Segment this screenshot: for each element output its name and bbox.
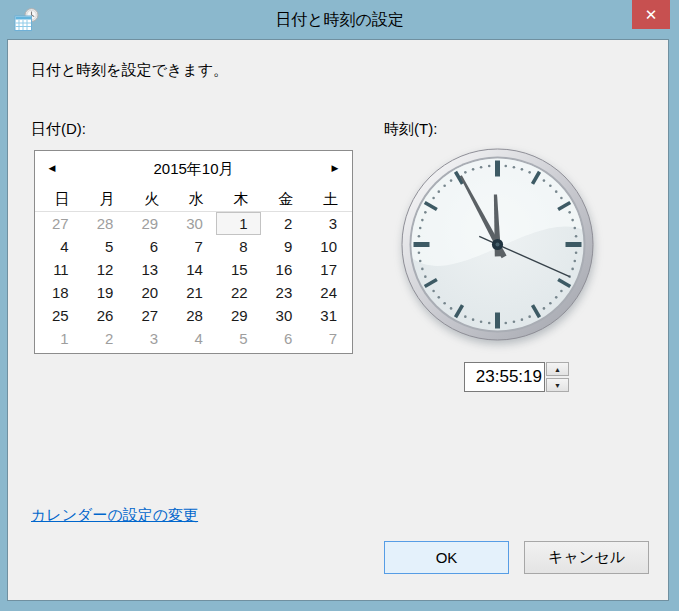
- dialog-window: 日付と時刻の設定 ✕ 日付と時刻を設定できます。 日付(D): ◀ 2015年1…: [0, 0, 679, 611]
- dialog-body: 日付と時刻を設定できます。 日付(D): ◀ 2015年10月 ▶ 日月火水木金…: [7, 39, 669, 601]
- calendar-day[interactable]: 12: [82, 258, 127, 281]
- time-up-button[interactable]: ▲: [546, 362, 569, 376]
- calendar-day[interactable]: 17: [305, 258, 350, 281]
- time-section-label: 時刻(T):: [384, 120, 437, 139]
- calendar-day[interactable]: 14: [171, 258, 216, 281]
- time-input[interactable]: [464, 362, 545, 392]
- cancel-button[interactable]: キャンセル: [524, 541, 649, 574]
- calendar-day[interactable]: 10: [305, 235, 350, 258]
- calendar-prev-month-button[interactable]: ◀: [39, 151, 65, 186]
- calendar-day[interactable]: 28: [82, 212, 127, 235]
- calendar-day[interactable]: 31: [305, 304, 350, 327]
- calendar-day[interactable]: 23: [261, 281, 306, 304]
- calendar-next-month-button[interactable]: ▶: [322, 151, 348, 186]
- close-icon: ✕: [645, 6, 658, 23]
- calendar-day[interactable]: 29: [126, 212, 171, 235]
- calendar-day[interactable]: 22: [216, 281, 261, 304]
- calendar-day[interactable]: 4: [171, 327, 216, 350]
- intro-text: 日付と時刻を設定できます。: [31, 61, 228, 80]
- date-section-label: 日付(D):: [31, 120, 86, 139]
- calendar-day[interactable]: 24: [305, 281, 350, 304]
- calendar-day[interactable]: 7: [305, 327, 350, 350]
- calendar-day[interactable]: 5: [216, 327, 261, 350]
- calendar-day[interactable]: 11: [37, 258, 82, 281]
- time-down-button[interactable]: ▼: [546, 378, 569, 392]
- title-bar[interactable]: 日付と時刻の設定 ✕: [0, 0, 679, 40]
- down-arrow-icon: ▼: [554, 382, 561, 389]
- close-button[interactable]: ✕: [632, 0, 670, 29]
- calendar-day[interactable]: 2: [82, 327, 127, 350]
- calendar-day[interactable]: 8: [216, 235, 261, 258]
- calendar-day[interactable]: 28: [171, 304, 216, 327]
- calendar-weekday: 土: [305, 186, 350, 211]
- calendar-day[interactable]: 29: [216, 304, 261, 327]
- calendar: ◀ 2015年10月 ▶ 日月火水木金土 2728293012345678910…: [34, 150, 353, 354]
- calendar-header: ◀ 2015年10月 ▶: [35, 151, 352, 186]
- calendar-weekday: 日: [37, 186, 82, 211]
- calendar-month-title[interactable]: 2015年10月: [35, 151, 352, 187]
- calendar-day[interactable]: 13: [126, 258, 171, 281]
- calendar-weekday-row: 日月火水木金土: [35, 186, 352, 212]
- calendar-day[interactable]: 3: [305, 212, 350, 235]
- calendar-weekday: 月: [82, 186, 127, 211]
- calendar-day[interactable]: 26: [82, 304, 127, 327]
- calendar-day[interactable]: 15: [216, 258, 261, 281]
- calendar-day[interactable]: 7: [171, 235, 216, 258]
- calendar-day-grid: 2728293012345678910111213141516171819202…: [35, 212, 352, 350]
- calendar-day[interactable]: 16: [261, 258, 306, 281]
- calendar-day[interactable]: 3: [126, 327, 171, 350]
- ok-button[interactable]: OK: [384, 541, 509, 574]
- calendar-day[interactable]: 30: [261, 304, 306, 327]
- time-spin-buttons: ▲ ▼: [546, 362, 569, 392]
- calendar-day[interactable]: 1: [37, 327, 82, 350]
- analog-clock: [401, 148, 594, 341]
- calendar-day[interactable]: 30: [171, 212, 216, 235]
- calendar-day[interactable]: 5: [82, 235, 127, 258]
- calendar-day[interactable]: 6: [261, 327, 306, 350]
- calendar-day[interactable]: 20: [126, 281, 171, 304]
- window-title: 日付と時刻の設定: [0, 0, 679, 39]
- calendar-weekday: 木: [216, 186, 261, 211]
- calendar-settings-link[interactable]: カレンダーの設定の変更: [31, 506, 198, 525]
- calendar-weekday: 金: [261, 186, 306, 211]
- calendar-day-selected[interactable]: 1: [216, 212, 261, 235]
- calendar-day[interactable]: 2: [261, 212, 306, 235]
- calendar-day[interactable]: 9: [261, 235, 306, 258]
- up-arrow-icon: ▲: [554, 366, 561, 373]
- time-spinner: ▲ ▼: [464, 362, 569, 392]
- calendar-day[interactable]: 18: [37, 281, 82, 304]
- calendar-day[interactable]: 25: [37, 304, 82, 327]
- calendar-day[interactable]: 27: [126, 304, 171, 327]
- calendar-day[interactable]: 6: [126, 235, 171, 258]
- calendar-day[interactable]: 27: [37, 212, 82, 235]
- calendar-day[interactable]: 19: [82, 281, 127, 304]
- calendar-weekday: 水: [171, 186, 216, 211]
- calendar-day[interactable]: 4: [37, 235, 82, 258]
- calendar-weekday: 火: [126, 186, 171, 211]
- calendar-day[interactable]: 21: [171, 281, 216, 304]
